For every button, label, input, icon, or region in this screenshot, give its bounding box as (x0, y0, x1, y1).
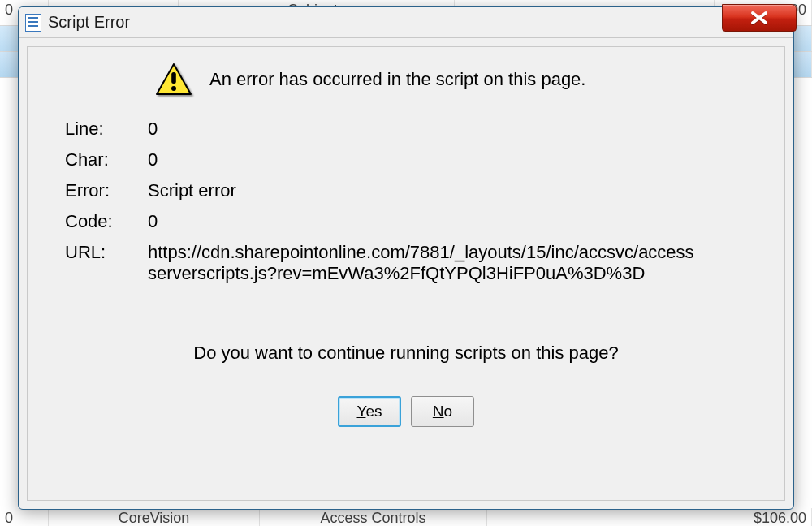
document-icon (25, 14, 41, 32)
dialog-buttons: Yes No (58, 396, 754, 427)
yes-mnemonic: Y (356, 403, 365, 420)
value-error: Script error (148, 180, 698, 201)
dialog-body: An error has occurred in the script on t… (19, 38, 793, 509)
warning-icon (156, 63, 192, 96)
bg-row: 0 CoreVision Access Controls $106.00 (0, 508, 812, 526)
value-url: https://cdn.sharepointonline.com/7881/_l… (148, 242, 698, 284)
value-char: 0 (148, 149, 698, 170)
titlebar: Script Error (19, 7, 793, 38)
bg-cell: $106.00 (706, 508, 812, 526)
bg-cell (487, 508, 706, 526)
continue-prompt: Do you want to continue running scripts … (58, 343, 754, 364)
script-error-dialog: Script Error An error has occurred in th… (18, 6, 794, 510)
error-details: Line: 0 Char: 0 Error: Script error Code… (65, 119, 698, 284)
close-icon (748, 11, 771, 25)
bg-cell: 0 (0, 508, 49, 526)
title-icons: Script Error (25, 13, 130, 32)
label-error: Error: (65, 180, 140, 201)
value-code: 0 (148, 211, 698, 232)
label-code: Code: (65, 211, 140, 232)
yes-button[interactable]: Yes (338, 396, 401, 427)
bg-cell: CoreVision (49, 508, 260, 526)
no-mnemonic: N (433, 403, 444, 420)
inner-panel: An error has occurred in the script on t… (27, 46, 785, 501)
label-line: Line: (65, 119, 140, 140)
label-url: URL: (65, 242, 140, 284)
svg-point-2 (171, 86, 176, 91)
svg-rect-1 (171, 72, 176, 84)
yes-rest: es (365, 403, 382, 420)
no-rest: o (444, 403, 453, 420)
value-line: 0 (148, 119, 698, 140)
header-row: An error has occurred in the script on t… (156, 63, 754, 96)
label-char: Char: (65, 149, 140, 170)
dialog-title: Script Error (48, 13, 130, 32)
no-button[interactable]: No (411, 396, 474, 427)
error-headline: An error has occurred in the script on t… (209, 69, 585, 90)
close-button[interactable] (722, 4, 797, 32)
bg-cell: Access Controls (260, 508, 487, 526)
